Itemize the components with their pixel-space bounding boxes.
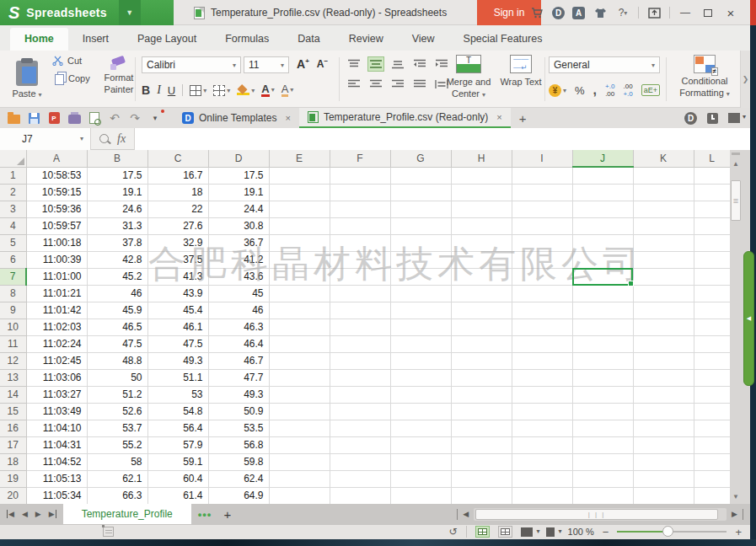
cell-I13[interactable] <box>512 369 572 386</box>
app-logo[interactable]: S Spreadsheets ▼ <box>0 0 174 25</box>
cell-K18[interactable] <box>633 453 694 470</box>
cell-K13[interactable] <box>633 369 694 386</box>
fill-color-button[interactable]: ▾ <box>237 86 255 95</box>
cell-G4[interactable] <box>390 217 451 234</box>
scroll-down-icon[interactable]: ▼ <box>730 493 742 500</box>
cell-B5[interactable]: 37.8 <box>87 234 147 251</box>
cell-C2[interactable]: 18 <box>147 184 208 201</box>
docer-tab-icon[interactable]: D <box>684 112 697 125</box>
row-header-2[interactable]: 2 <box>0 184 26 201</box>
cell-E19[interactable] <box>269 470 330 487</box>
cell-F9[interactable] <box>330 302 390 318</box>
select-all-corner[interactable] <box>0 150 26 167</box>
docer-icon[interactable]: D <box>552 7 565 19</box>
cell-E9[interactable] <box>269 302 330 318</box>
column-header-D[interactable]: D <box>208 150 269 167</box>
column-header-A[interactable]: A <box>26 150 87 167</box>
next-sheet-icon[interactable]: ▶ <box>35 510 41 518</box>
row-header-3[interactable]: 3 <box>0 201 26 217</box>
skin-icon[interactable] <box>592 5 608 20</box>
cell-C6[interactable]: 37.5 <box>147 251 208 268</box>
cell-B4[interactable]: 31.3 <box>87 217 147 234</box>
cell-E2[interactable] <box>269 184 330 201</box>
cell-L19[interactable] <box>694 470 730 487</box>
borders-button[interactable]: ▾ <box>190 85 206 96</box>
font-color-button[interactable]: A▾ <box>261 83 274 98</box>
cell-E4[interactable] <box>269 217 330 234</box>
horizontal-scroll-track[interactable]: | | | <box>474 508 727 521</box>
cell-L1[interactable] <box>694 167 730 184</box>
cell-D10[interactable]: 46.3 <box>208 318 269 335</box>
column-header-L[interactable]: L <box>694 150 730 167</box>
justify-button[interactable] <box>411 77 428 92</box>
cell-H19[interactable] <box>451 470 512 487</box>
cell-J19[interactable] <box>572 470 633 487</box>
cell-C18[interactable]: 59.1 <box>147 453 208 470</box>
cell-L20[interactable] <box>694 487 730 504</box>
cell-G15[interactable] <box>390 403 451 420</box>
column-header-F[interactable]: F <box>330 150 390 167</box>
full-screen-button[interactable] <box>546 527 555 537</box>
decrease-indent-icon[interactable] <box>411 56 428 72</box>
zoom-in-button[interactable]: + <box>735 526 742 538</box>
cell-L3[interactable] <box>694 201 730 217</box>
cell-I3[interactable] <box>512 201 572 217</box>
cut-button[interactable]: Cut <box>52 56 90 66</box>
insert-function-icon[interactable]: fx <box>117 132 126 146</box>
cell-A15[interactable]: 11:03:49 <box>26 403 87 420</box>
column-header-J[interactable]: J <box>572 150 633 167</box>
align-center-button[interactable] <box>367 77 384 92</box>
cell-L11[interactable] <box>694 335 730 352</box>
cell-K20[interactable] <box>633 487 694 504</box>
vertical-scroll-thumb[interactable] <box>731 180 741 221</box>
cell-K6[interactable] <box>633 251 694 268</box>
number-format-select[interactable]: General▾ <box>549 56 660 73</box>
cell-F11[interactable] <box>330 335 390 352</box>
cell-I16[interactable] <box>512 420 572 436</box>
cell-A8[interactable]: 11:01:21 <box>26 285 87 302</box>
cell-C14[interactable]: 53 <box>147 386 208 403</box>
row-header-7[interactable]: 7 <box>0 268 26 285</box>
active-cell-J7[interactable] <box>572 268 633 286</box>
cell-B10[interactable]: 46.5 <box>87 318 147 335</box>
cell-F20[interactable] <box>330 487 390 504</box>
cell-A11[interactable]: 11:02:24 <box>26 335 87 352</box>
underline-button[interactable]: U <box>168 84 175 97</box>
doc-tab[interactable]: DOnline Templates× <box>174 108 299 128</box>
cell-L4[interactable] <box>694 217 730 234</box>
page-layout-button[interactable] <box>521 527 533 537</box>
cell-A7[interactable]: 11:01:00 <box>26 268 87 285</box>
cell-E11[interactable] <box>269 335 330 352</box>
column-header-K[interactable]: K <box>633 150 694 167</box>
cell-E7[interactable] <box>269 268 330 285</box>
cell-H1[interactable] <box>451 167 512 184</box>
cell-F15[interactable] <box>330 403 390 420</box>
cell-D13[interactable]: 47.7 <box>208 369 269 386</box>
menu-tab-insert[interactable]: Insert <box>68 28 123 51</box>
cell-H8[interactable] <box>451 285 512 302</box>
row-header-4[interactable]: 4 <box>0 217 26 234</box>
scroll-right-icon[interactable]: ▶ <box>732 510 737 518</box>
last-sheet-icon[interactable]: ▶ <box>49 510 56 518</box>
column-header-C[interactable]: C <box>147 150 208 167</box>
cell-D17[interactable]: 56.8 <box>208 436 269 453</box>
font-name-select[interactable]: Calibri▾ <box>142 56 241 73</box>
cell-E13[interactable] <box>269 369 330 386</box>
font-size-select[interactable]: 11▾ <box>244 56 289 73</box>
cell-A20[interactable]: 11:05:34 <box>26 487 87 504</box>
menu-tab-home[interactable]: Home <box>10 28 68 51</box>
cell-F14[interactable] <box>330 386 390 403</box>
cell-H2[interactable] <box>451 184 512 201</box>
copy-button[interactable]: Copy <box>52 72 90 85</box>
cell-I8[interactable] <box>512 285 572 302</box>
comma-style-button[interactable]: , <box>593 86 597 94</box>
print-preview-icon[interactable] <box>88 111 101 125</box>
cell-A1[interactable]: 10:58:53 <box>26 167 87 184</box>
currency-button[interactable]: ¥▾ <box>549 84 566 97</box>
cell-E1[interactable] <box>269 167 330 184</box>
column-header-B[interactable]: B <box>87 150 147 167</box>
cell-C19[interactable]: 60.4 <box>147 470 208 487</box>
cell-J14[interactable] <box>572 386 633 403</box>
cell-B17[interactable]: 55.2 <box>87 436 147 453</box>
cell-G16[interactable] <box>390 420 451 436</box>
